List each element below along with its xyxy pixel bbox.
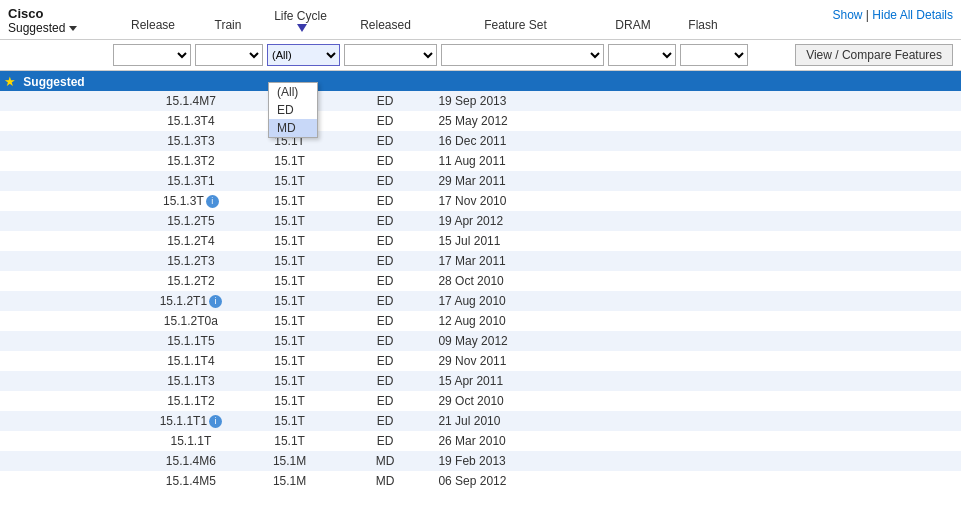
table-row[interactable]: 15.1.1T5 15.1T ED 09 May 2012 — [0, 331, 961, 351]
dram-cell — [777, 431, 869, 451]
col-header-featureset: Feature Set — [433, 18, 598, 32]
flash-cell — [869, 311, 961, 331]
dram-cell — [777, 111, 869, 131]
released-cell: 15 Jul 2011 — [434, 231, 559, 251]
lifecycle-label: Life Cycle — [274, 9, 327, 23]
table-row[interactable]: 15.1.3T2 15.1T ED 11 Aug 2011 — [0, 151, 961, 171]
release-cell: 15.1.1T2 — [138, 391, 243, 411]
info-icon[interactable]: i — [206, 195, 219, 208]
table-row[interactable]: 15.1.2T3 15.1T ED 17 Mar 2011 — [0, 251, 961, 271]
filter-flash-select[interactable] — [680, 44, 748, 66]
header-bar: Cisco Suggested Release Train Life Cycle… — [0, 0, 961, 40]
release-cell: 15.1.2T4 — [138, 231, 243, 251]
show-link[interactable]: Show — [832, 8, 862, 22]
flash-cell — [869, 191, 961, 211]
view-compare-button[interactable]: View / Compare Features — [795, 44, 953, 66]
train-cell: 15.1T — [244, 271, 336, 291]
lifecycle-cell: ED — [336, 371, 435, 391]
table-row[interactable]: 15.1.4M7 15.1M ED 19 Sep 2013 — [0, 91, 961, 111]
table-row[interactable]: 15.1.3T4 15.1T ED 25 May 2012 — [0, 111, 961, 131]
flash-cell — [869, 451, 961, 471]
table-row[interactable]: 15.1.1T4 15.1T ED 29 Nov 2011 — [0, 351, 961, 371]
featureset-cell — [559, 471, 776, 491]
release-cell: 15.1.1T3 — [138, 371, 243, 391]
info-icon[interactable]: i — [209, 295, 222, 308]
lifecycle-sort-arrow[interactable] — [297, 24, 307, 32]
dram-cell — [777, 211, 869, 231]
table-row[interactable]: 15.1.1T2 15.1T ED 29 Oct 2010 — [0, 391, 961, 411]
filter-train-select[interactable] — [195, 44, 263, 66]
table-row[interactable]: 15.1.1T3 15.1T ED 15 Apr 2011 — [0, 371, 961, 391]
table-row[interactable]: 15.1.3Ti 15.1T ED 17 Nov 2010 — [0, 191, 961, 211]
cisco-cell — [0, 231, 138, 251]
table-row[interactable]: 15.1.1T 15.1T ED 26 Mar 2010 — [0, 431, 961, 451]
lifecycle-cell: ED — [336, 311, 435, 331]
table-row[interactable]: 15.1.3T3 15.1T ED 16 Dec 2011 — [0, 131, 961, 151]
released-cell: 21 Jul 2010 — [434, 411, 559, 431]
dram-cell — [777, 371, 869, 391]
cisco-cell — [0, 471, 138, 491]
dram-cell — [777, 131, 869, 151]
train-cell: 15.1T — [244, 351, 336, 371]
flash-cell — [869, 251, 961, 271]
filter-bar: (All) ED MD View / Compare Features — [0, 40, 961, 71]
filter-released-select[interactable] — [344, 44, 437, 66]
released-cell: 26 Mar 2010 — [434, 431, 559, 451]
table-row[interactable]: 15.1.2T0a 15.1T ED 12 Aug 2010 — [0, 311, 961, 331]
table-row[interactable]: 15.1.1T1i 15.1T ED 21 Jul 2010 — [0, 411, 961, 431]
suggested-dropdown[interactable]: Suggested — [8, 21, 113, 35]
release-cell: 15.1.2T1i — [138, 291, 243, 311]
flash-cell — [869, 471, 961, 491]
featureset-cell — [559, 271, 776, 291]
release-cell: 15.1.2T3 — [138, 251, 243, 271]
release-cell: 15.1.4M5 — [138, 471, 243, 491]
lifecycle-cell: ED — [336, 131, 435, 151]
suggested-label: Suggested — [23, 75, 84, 89]
dram-cell — [777, 71, 869, 91]
table-row[interactable]: 15.1.4M5 15.1M MD 06 Sep 2012 — [0, 471, 961, 491]
dram-cell — [777, 151, 869, 171]
featureset-cell — [559, 291, 776, 311]
lifecycle-cell: ED — [336, 431, 435, 451]
cisco-cell — [0, 291, 138, 311]
release-cell: 15.1.2T0a — [138, 311, 243, 331]
table-row[interactable]: 15.1.3T1 15.1T ED 29 Mar 2011 — [0, 171, 961, 191]
lifecycle-dropdown-popup[interactable]: (All) ED MD — [268, 82, 318, 138]
dram-cell — [777, 331, 869, 351]
table-row[interactable]: 15.1.2T2 15.1T ED 28 Oct 2010 — [0, 271, 961, 291]
cisco-cell — [0, 391, 138, 411]
filter-release-select[interactable] — [113, 44, 191, 66]
lifecycle-cell: ED — [336, 231, 435, 251]
table-row[interactable]: ★ Suggested — [0, 71, 961, 91]
cisco-cell — [0, 171, 138, 191]
table-row[interactable]: 15.1.2T1i 15.1T ED 17 Aug 2010 — [0, 291, 961, 311]
table-row[interactable]: 15.1.2T5 15.1T ED 19 Apr 2012 — [0, 211, 961, 231]
dram-cell — [777, 351, 869, 371]
hide-all-link[interactable]: Hide All Details — [872, 8, 953, 22]
released-cell: 19 Sep 2013 — [434, 91, 559, 111]
filter-dram-select[interactable] — [608, 44, 676, 66]
featureset-cell — [559, 391, 776, 411]
train-cell: 15.1T — [244, 311, 336, 331]
column-headers: Release Train Life Cycle Released Featur… — [113, 9, 953, 31]
flash-cell — [869, 111, 961, 131]
train-cell: 15.1T — [244, 211, 336, 231]
filter-featureset-select[interactable] — [441, 44, 604, 66]
table-row[interactable]: 15.1.4M6 15.1M MD 19 Feb 2013 — [0, 451, 961, 471]
flash-cell — [869, 291, 961, 311]
cisco-cell — [0, 131, 138, 151]
released-cell: 29 Mar 2011 — [434, 171, 559, 191]
cisco-suggested-header: Cisco Suggested — [8, 6, 113, 35]
release-cell: 15.1.3Ti — [138, 191, 243, 211]
release-cell: 15.1.3T3 — [138, 131, 243, 151]
featureset-cell — [559, 131, 776, 151]
lifecycle-option-md[interactable]: MD — [269, 119, 317, 137]
lifecycle-option-all[interactable]: (All) — [269, 83, 317, 101]
lifecycle-cell: ED — [336, 151, 435, 171]
table-row[interactable]: 15.1.2T4 15.1T ED 15 Jul 2011 — [0, 231, 961, 251]
cisco-cell — [0, 351, 138, 371]
lifecycle-cell: ED — [336, 171, 435, 191]
info-icon[interactable]: i — [209, 415, 222, 428]
lifecycle-option-ed[interactable]: ED — [269, 101, 317, 119]
filter-lifecycle-select[interactable]: (All) ED MD — [267, 44, 340, 66]
